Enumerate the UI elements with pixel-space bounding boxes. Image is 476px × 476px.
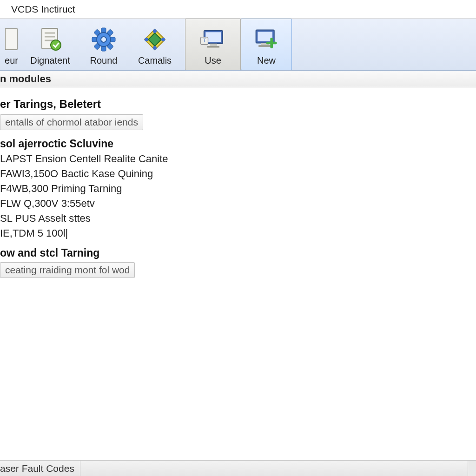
toolbar-button-dignatent[interactable]: Dignatent xyxy=(22,19,78,70)
list-item: LAPST Ension Centell Realite Canite xyxy=(0,153,476,165)
list-item: SL PUS Asselt sttes xyxy=(0,212,476,225)
group1-button[interactable]: entalls of chormol atabor iends xyxy=(0,114,143,130)
toolbar-button-eur[interactable]: eur xyxy=(0,19,22,70)
svg-point-20 xyxy=(145,38,148,41)
document-check-icon xyxy=(37,26,63,53)
toolbar-label: Dignatent xyxy=(30,55,70,66)
svg-point-5 xyxy=(51,40,61,50)
svg-rect-33 xyxy=(266,42,277,45)
toolbar-label: Camalis xyxy=(138,55,172,66)
svg-rect-24 xyxy=(210,44,217,46)
list-item: IE,TDM 5 100l| xyxy=(0,227,476,239)
app-window: VCDS Inctiruct eur Dign xyxy=(0,0,476,476)
monitor-tool-icon: T xyxy=(200,26,226,53)
group2-title: sol ajerroctic Scluvine xyxy=(0,138,476,150)
toolbar-label: eur xyxy=(5,55,18,66)
content-area: er Tarings, Beletert entalls of chormol … xyxy=(0,87,476,460)
toolbar-button-camalis[interactable]: Camalis xyxy=(129,19,180,70)
section-header: n modules xyxy=(0,71,476,87)
monitor-plus-icon xyxy=(253,26,279,53)
group3-title: ow and stcl Tarning xyxy=(0,247,476,259)
resize-grip[interactable] xyxy=(468,461,476,476)
list-item: FAWI3,150O Bactic Kase Quining xyxy=(0,168,476,180)
toolbar-button-round[interactable]: Round xyxy=(78,19,129,70)
title-bar: VCDS Inctiruct xyxy=(0,0,476,19)
svg-point-19 xyxy=(153,46,157,50)
list-item: F4WB,300 Priming Tarning xyxy=(0,183,476,195)
group3-button[interactable]: ceating rraiding mont fol wod xyxy=(0,262,135,278)
svg-rect-29 xyxy=(258,32,272,41)
diamond-icon xyxy=(142,26,168,53)
svg-point-18 xyxy=(153,29,157,33)
svg-point-21 xyxy=(161,38,165,41)
toolbar-label: Use xyxy=(205,55,221,66)
toolbar-button-new[interactable]: New xyxy=(241,19,292,70)
document-icon xyxy=(5,26,18,53)
status-text: aser Fault Codes xyxy=(0,463,74,474)
toolbar-label: New xyxy=(257,55,276,66)
svg-rect-31 xyxy=(258,45,271,47)
window-title: VCDS Inctiruct xyxy=(11,4,75,15)
list-item: FLW Q,300V 3:55etv xyxy=(0,198,476,210)
gear-icon xyxy=(91,26,117,53)
toolbar-label: Round xyxy=(90,55,118,66)
toolbar: eur Dignatent xyxy=(0,19,476,71)
section-title: n modules xyxy=(0,73,51,85)
status-bar: aser Fault Codes xyxy=(0,460,476,476)
toolbar-button-use[interactable]: T Use xyxy=(185,19,241,70)
svg-rect-25 xyxy=(207,46,219,48)
svg-point-15 xyxy=(101,37,106,42)
group1-title: er Tarings, Beletert xyxy=(0,98,476,111)
svg-rect-0 xyxy=(5,28,17,50)
